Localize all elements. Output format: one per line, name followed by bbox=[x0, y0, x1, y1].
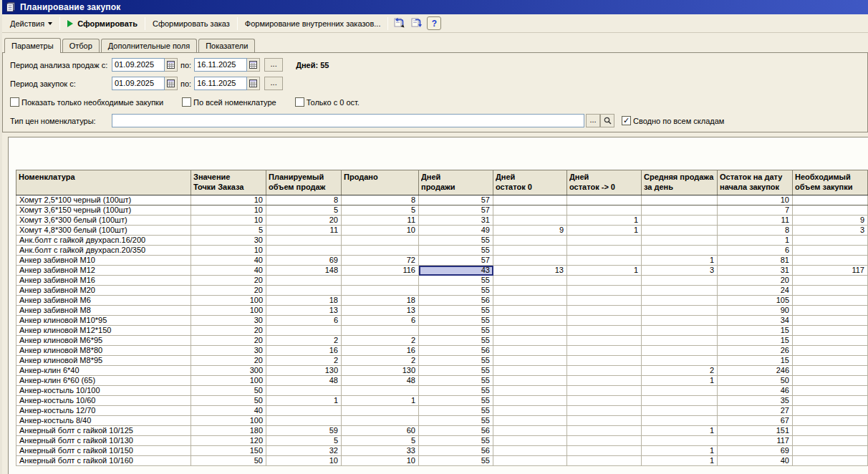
value-cell[interactable] bbox=[342, 326, 419, 336]
value-cell[interactable]: 130 bbox=[266, 366, 342, 376]
value-cell[interactable]: 90 bbox=[718, 306, 793, 316]
value-cell[interactable]: 55 bbox=[419, 326, 493, 336]
save-settings-button[interactable] bbox=[408, 16, 424, 31]
value-cell[interactable] bbox=[567, 195, 642, 205]
value-cell[interactable]: 2 bbox=[266, 356, 342, 366]
value-cell[interactable]: 10 bbox=[342, 456, 419, 466]
value-cell[interactable] bbox=[642, 205, 718, 216]
value-cell[interactable] bbox=[567, 396, 642, 406]
generate-order-button[interactable]: Сформировать заказ bbox=[148, 16, 235, 32]
value-cell[interactable] bbox=[493, 306, 567, 316]
value-cell[interactable] bbox=[493, 426, 567, 436]
tab-pokazateli[interactable]: Показатели bbox=[198, 39, 255, 52]
value-cell[interactable]: 117 bbox=[718, 436, 793, 446]
value-cell[interactable] bbox=[493, 256, 567, 266]
value-cell[interactable] bbox=[567, 246, 642, 256]
value-cell[interactable]: 50 bbox=[191, 396, 266, 406]
checkbox-box[interactable] bbox=[182, 97, 191, 107]
value-cell[interactable] bbox=[493, 326, 567, 336]
value-cell[interactable]: 116 bbox=[342, 266, 419, 276]
value-cell[interactable]: 34 bbox=[718, 316, 793, 326]
value-cell[interactable] bbox=[793, 246, 868, 256]
value-cell[interactable]: 55 bbox=[419, 356, 493, 366]
nomenclature-cell[interactable]: Анкер-костыль 10/100 bbox=[16, 386, 191, 396]
value-cell[interactable]: 180 bbox=[191, 426, 266, 436]
value-cell[interactable] bbox=[493, 346, 567, 356]
value-cell[interactable] bbox=[642, 336, 718, 346]
value-cell[interactable] bbox=[642, 276, 718, 286]
value-cell[interactable] bbox=[493, 376, 567, 386]
nomenclature-cell[interactable]: Анкер-костыль 10/60 bbox=[16, 396, 191, 406]
value-cell[interactable]: 11 bbox=[718, 216, 793, 226]
value-cell[interactable] bbox=[567, 346, 642, 356]
value-cell[interactable] bbox=[793, 406, 868, 416]
nomenclature-cell[interactable]: Анкер-клин 6*60 (65) bbox=[16, 376, 191, 386]
value-cell[interactable]: 57 bbox=[419, 195, 493, 205]
nomenclature-cell[interactable]: Анкер клиновой М8*95 bbox=[16, 356, 191, 366]
value-cell[interactable]: 117 bbox=[793, 266, 868, 276]
value-cell[interactable] bbox=[642, 396, 718, 406]
column-header[interactable]: Остаток на датуначала закупок bbox=[718, 170, 793, 195]
nomenclature-cell[interactable]: Анкер клиновой М12*150 bbox=[16, 326, 191, 336]
value-cell[interactable]: 55 bbox=[419, 376, 493, 386]
checkbox-all-nomenclature[interactable]: По всей номенклатуре bbox=[182, 97, 276, 107]
nomenclature-cell[interactable]: Хомут 4,8*300 белый (100шт) bbox=[16, 226, 191, 236]
value-cell[interactable]: 55 bbox=[419, 406, 493, 416]
value-cell[interactable]: 3 bbox=[793, 226, 868, 236]
value-cell[interactable]: 13 bbox=[266, 306, 342, 316]
value-cell[interactable] bbox=[793, 286, 868, 296]
value-cell[interactable] bbox=[642, 216, 718, 226]
sales-period-more-button[interactable]: ... bbox=[264, 58, 283, 72]
value-cell[interactable] bbox=[793, 205, 868, 216]
value-cell[interactable]: 130 bbox=[342, 366, 419, 376]
value-cell[interactable]: 1 bbox=[642, 426, 718, 436]
tab-otbor[interactable]: Отбор bbox=[62, 39, 100, 52]
value-cell[interactable]: 50 bbox=[718, 376, 793, 386]
value-cell[interactable] bbox=[342, 236, 419, 246]
value-cell[interactable] bbox=[567, 356, 642, 366]
value-cell[interactable]: 1 bbox=[567, 266, 642, 276]
value-cell[interactable]: 50 bbox=[191, 386, 266, 396]
column-header[interactable]: Днейостаток 0 bbox=[493, 170, 567, 195]
nomenclature-cell[interactable]: Анкерный болт с гайкой 10/130 bbox=[16, 436, 191, 446]
value-cell[interactable]: 10 bbox=[191, 216, 266, 226]
value-cell[interactable]: 5 bbox=[342, 205, 419, 216]
price-type-search-button[interactable] bbox=[600, 114, 614, 127]
value-cell[interactable] bbox=[493, 195, 567, 205]
value-cell[interactable]: 55 bbox=[419, 396, 493, 406]
nomenclature-cell[interactable]: Анкер клиновой М10*95 bbox=[16, 316, 191, 326]
value-cell[interactable] bbox=[493, 436, 567, 446]
checkbox-only-zero-rest[interactable]: Только с 0 ост. bbox=[295, 97, 360, 107]
price-type-more-button[interactable]: ... bbox=[586, 114, 600, 127]
value-cell[interactable]: 30 bbox=[191, 346, 266, 356]
value-cell[interactable] bbox=[266, 236, 342, 246]
value-cell[interactable]: 55 bbox=[419, 306, 493, 316]
value-cell[interactable] bbox=[793, 456, 868, 466]
value-cell[interactable]: 246 bbox=[718, 366, 793, 376]
value-cell[interactable] bbox=[493, 446, 567, 456]
value-cell[interactable]: 1 bbox=[567, 226, 642, 236]
value-cell[interactable] bbox=[266, 416, 342, 426]
value-cell[interactable]: 100 bbox=[191, 416, 266, 426]
value-cell[interactable] bbox=[642, 436, 718, 446]
value-cell[interactable]: 20 bbox=[191, 356, 266, 366]
value-cell[interactable] bbox=[493, 246, 567, 256]
column-header[interactable]: Днейостаток -> 0 bbox=[567, 170, 642, 195]
value-cell[interactable] bbox=[342, 386, 419, 396]
value-cell[interactable] bbox=[493, 456, 567, 466]
sales-period-to-calendar-button[interactable] bbox=[247, 58, 260, 72]
value-cell[interactable]: 11 bbox=[342, 216, 419, 226]
value-cell[interactable] bbox=[567, 306, 642, 316]
value-cell[interactable]: 120 bbox=[191, 436, 266, 446]
value-cell[interactable]: 5 bbox=[342, 436, 419, 446]
value-cell[interactable]: 15 bbox=[718, 326, 793, 336]
value-cell[interactable] bbox=[567, 436, 642, 446]
value-cell[interactable] bbox=[342, 276, 419, 286]
actions-menu-button[interactable]: Действия bbox=[5, 16, 57, 32]
value-cell[interactable]: 57 bbox=[419, 256, 493, 266]
value-cell[interactable]: 56 bbox=[419, 426, 493, 436]
value-cell[interactable]: 40 bbox=[191, 406, 266, 416]
value-cell[interactable] bbox=[642, 306, 718, 316]
value-cell[interactable] bbox=[793, 316, 868, 326]
purchase-period-more-button[interactable]: ... bbox=[264, 77, 283, 90]
